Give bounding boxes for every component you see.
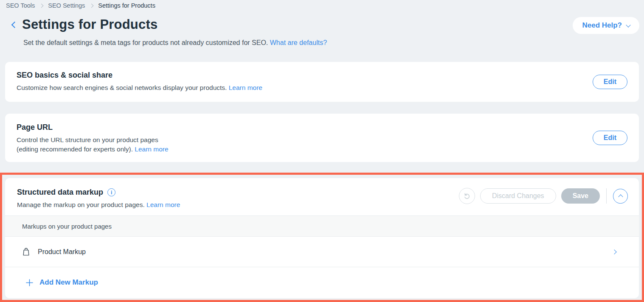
page-url-learn-more-link[interactable]: Learn more: [135, 145, 168, 153]
save-button[interactable]: Save: [561, 188, 600, 204]
plus-icon: [26, 279, 33, 286]
chevron-left-icon: [11, 21, 18, 28]
seo-basics-description: Customize how search engines & social ne…: [17, 84, 227, 91]
undo-button[interactable]: [459, 188, 475, 204]
discard-changes-button[interactable]: Discard Changes: [480, 188, 556, 204]
page-url-card: Page URL Control the URL structure on yo…: [5, 114, 639, 162]
markups-table-header: Markups on your product pages: [5, 215, 639, 237]
divider: [606, 188, 607, 204]
need-help-label: Need Help?: [582, 21, 622, 30]
page-header: Settings for Products Need Help?: [5, 15, 639, 34]
need-help-button[interactable]: Need Help?: [573, 17, 639, 34]
seo-basics-learn-more-link[interactable]: Learn more: [229, 84, 262, 91]
undo-icon: [463, 192, 471, 200]
seo-basics-title: SEO basics & social share: [17, 71, 262, 80]
page-url-edit-button[interactable]: Edit: [593, 131, 627, 145]
structured-data-title: Structured data markup: [17, 188, 103, 197]
page-url-title: Page URL: [17, 123, 169, 132]
breadcrumb-current-page: Settings for Products: [98, 2, 155, 9]
breadcrumb: SEO Tools SEO Settings Settings for Prod…: [6, 2, 155, 9]
page-url-description-line2: (editing recommended for experts only).: [17, 145, 133, 153]
seo-basics-card: SEO basics & social share Customize how …: [5, 62, 639, 102]
breadcrumb-separator-icon: [39, 4, 44, 8]
back-button[interactable]: [5, 15, 22, 34]
page-subtitle: Set the default settings & meta tags for…: [23, 39, 327, 47]
markups-table-header-label: Markups on your product pages: [22, 223, 112, 230]
breadcrumb-seo-tools[interactable]: SEO Tools: [6, 2, 35, 9]
structured-data-description: Manage the markup on your product pages.: [17, 201, 145, 208]
seo-basics-edit-button[interactable]: Edit: [593, 75, 627, 89]
structured-data-learn-more-link[interactable]: Learn more: [146, 201, 180, 208]
add-new-markup-button[interactable]: Add New Markup: [5, 267, 639, 298]
chevron-up-icon: [618, 194, 623, 199]
chevron-down-icon: [626, 22, 630, 27]
structured-data-highlight-frame: Structured data markup i Manage the mark…: [0, 173, 644, 302]
breadcrumb-separator-icon: [90, 4, 94, 8]
subtitle-text: Set the default settings & meta tags for…: [23, 39, 268, 46]
info-icon[interactable]: i: [107, 188, 115, 196]
product-markup-label: Product Markup: [38, 248, 605, 256]
add-new-markup-label: Add New Markup: [39, 278, 98, 287]
product-markup-row[interactable]: Product Markup: [5, 237, 639, 267]
shopping-bag-icon: [22, 247, 30, 256]
collapse-section-button[interactable]: [613, 189, 628, 204]
chevron-right-icon: [612, 249, 616, 254]
what-are-defaults-link[interactable]: What are defaults?: [270, 39, 327, 46]
breadcrumb-seo-settings[interactable]: SEO Settings: [48, 2, 85, 9]
page-title: Settings for Products: [22, 15, 157, 34]
page-url-description-line1: Control the URL structure on your produc…: [17, 136, 158, 143]
structured-data-card: Structured data markup i Manage the mark…: [5, 178, 639, 298]
